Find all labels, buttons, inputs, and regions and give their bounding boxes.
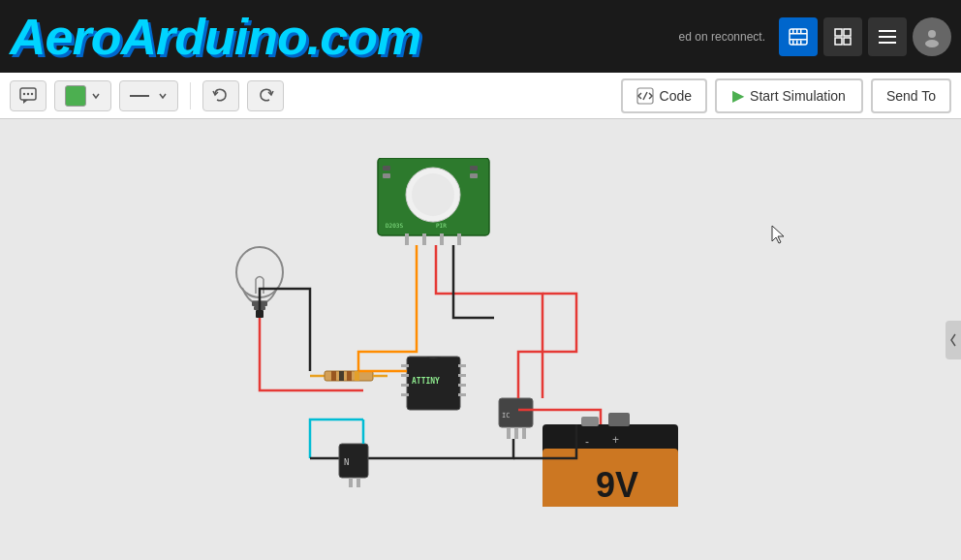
send-to-button[interactable]: Send To bbox=[871, 78, 951, 113]
svg-point-21 bbox=[31, 92, 33, 94]
svg-rect-31 bbox=[470, 173, 478, 178]
svg-rect-75 bbox=[349, 478, 353, 487]
play-icon: ▶ bbox=[732, 86, 744, 105]
svg-rect-5 bbox=[800, 29, 802, 33]
line-style-button[interactable] bbox=[119, 80, 178, 111]
toolbar: Code ▶ Start Simulation Send To bbox=[0, 73, 961, 119]
pir-sensor: D203S PIR bbox=[378, 158, 489, 245]
code-button[interactable]: Code bbox=[621, 78, 707, 113]
comment-button[interactable] bbox=[10, 80, 46, 111]
svg-rect-15 bbox=[879, 42, 896, 44]
send-to-label: Send To bbox=[886, 88, 936, 104]
svg-rect-49 bbox=[355, 371, 359, 381]
separator-1 bbox=[190, 82, 191, 109]
svg-rect-46 bbox=[331, 371, 336, 381]
svg-rect-64 bbox=[522, 427, 526, 439]
undo-button[interactable] bbox=[202, 80, 239, 111]
svg-text:D203S: D203S bbox=[386, 222, 403, 229]
svg-rect-3 bbox=[792, 29, 794, 33]
start-simulation-button[interactable]: ▶ Start Simulation bbox=[715, 78, 863, 113]
user-avatar-button[interactable] bbox=[913, 17, 951, 56]
svg-rect-53 bbox=[401, 374, 409, 377]
svg-rect-76 bbox=[356, 478, 360, 487]
svg-rect-13 bbox=[879, 30, 896, 32]
svg-rect-11 bbox=[835, 38, 842, 45]
svg-point-16 bbox=[928, 30, 936, 38]
code-icon bbox=[636, 87, 654, 105]
svg-text:ATTINY: ATTINY bbox=[412, 377, 440, 386]
svg-point-20 bbox=[27, 92, 29, 94]
component-panel-button[interactable] bbox=[823, 17, 862, 56]
svg-rect-62 bbox=[507, 427, 511, 439]
avatar-icon bbox=[921, 26, 943, 47]
svg-rect-35 bbox=[422, 233, 426, 245]
color-swatch bbox=[65, 85, 86, 107]
top-banner: AeroArduino.com ed on reconnect. bbox=[0, 0, 961, 73]
svg-rect-70 bbox=[608, 413, 630, 426]
canvas-area[interactable]: D203S PIR bbox=[0, 119, 961, 560]
svg-rect-8 bbox=[800, 40, 802, 45]
svg-rect-28 bbox=[383, 166, 390, 171]
svg-rect-10 bbox=[844, 29, 851, 36]
svg-rect-55 bbox=[401, 393, 409, 396]
film-tab-button[interactable] bbox=[779, 17, 818, 56]
svg-text:N: N bbox=[344, 457, 349, 467]
right-panel-toggle[interactable] bbox=[946, 321, 961, 359]
svg-rect-58 bbox=[458, 384, 466, 387]
svg-rect-0 bbox=[790, 29, 807, 45]
grid-view-button[interactable] bbox=[868, 17, 907, 56]
mouse-cursor bbox=[770, 224, 790, 247]
svg-text:-: - bbox=[585, 435, 589, 449]
redo-button[interactable] bbox=[247, 80, 284, 111]
film-icon bbox=[788, 26, 809, 47]
start-simulation-label: Start Simulation bbox=[750, 88, 846, 104]
svg-rect-57 bbox=[458, 374, 466, 377]
svg-line-24 bbox=[643, 92, 647, 100]
svg-rect-63 bbox=[514, 427, 518, 439]
top-right-area: ed on reconnect. bbox=[679, 17, 951, 56]
undo-icon bbox=[211, 86, 231, 106]
svg-rect-59 bbox=[458, 393, 466, 396]
svg-point-19 bbox=[23, 92, 25, 94]
color-picker-button[interactable] bbox=[54, 80, 111, 111]
redo-icon bbox=[256, 86, 275, 106]
panel-icon bbox=[832, 26, 853, 47]
chevron-left-icon bbox=[948, 332, 958, 348]
attiny-chip: ATTINY bbox=[401, 357, 466, 410]
circuit-diagram: D203S PIR bbox=[213, 158, 678, 497]
line-icon bbox=[130, 91, 153, 101]
svg-rect-30 bbox=[470, 166, 478, 171]
chevron-down-icon-2 bbox=[158, 91, 168, 101]
svg-rect-4 bbox=[796, 29, 798, 33]
svg-rect-29 bbox=[383, 173, 390, 178]
svg-rect-7 bbox=[796, 40, 798, 45]
battery-9v: 9V - + bbox=[542, 413, 678, 507]
svg-text:IC: IC bbox=[502, 412, 510, 420]
svg-text:+: + bbox=[612, 433, 619, 447]
svg-rect-52 bbox=[401, 364, 409, 367]
svg-point-17 bbox=[925, 40, 939, 47]
svg-text:9V: 9V bbox=[596, 465, 638, 505]
chevron-down-icon bbox=[91, 91, 101, 101]
svg-rect-36 bbox=[440, 233, 444, 245]
cursor-icon bbox=[770, 224, 790, 247]
svg-rect-37 bbox=[457, 233, 461, 245]
svg-rect-1 bbox=[790, 33, 807, 35]
logo: AeroArduino.com bbox=[10, 8, 420, 66]
svg-rect-56 bbox=[458, 364, 466, 367]
svg-rect-48 bbox=[347, 371, 352, 381]
svg-rect-12 bbox=[844, 38, 851, 45]
svg-rect-6 bbox=[792, 40, 794, 45]
svg-rect-34 bbox=[405, 233, 409, 245]
grid-icon bbox=[877, 26, 898, 47]
transistor: IC bbox=[499, 398, 533, 439]
resistor bbox=[310, 371, 388, 381]
small-transistor: N bbox=[339, 444, 368, 487]
svg-rect-9 bbox=[835, 29, 842, 36]
svg-rect-54 bbox=[401, 384, 409, 387]
svg-text:PIR: PIR bbox=[436, 222, 447, 229]
code-label: Code bbox=[660, 88, 692, 104]
svg-rect-69 bbox=[581, 417, 599, 426]
comment-icon bbox=[18, 86, 38, 106]
svg-rect-2 bbox=[790, 39, 807, 41]
